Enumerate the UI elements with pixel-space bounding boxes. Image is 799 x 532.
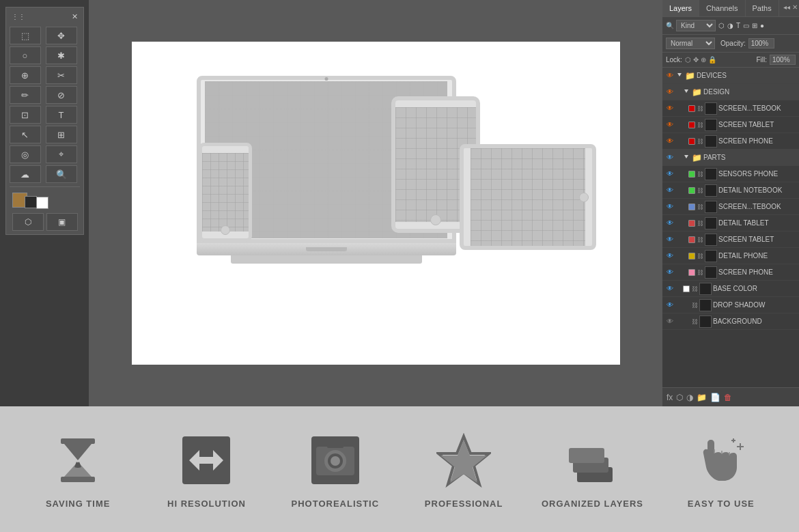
fill-input[interactable] (770, 55, 796, 65)
lock-position-icon[interactable]: ✥ (693, 56, 699, 64)
layer-item[interactable]: 👁⛓SCREEN...TEBOOK (662, 100, 799, 117)
folder-toggle-icon[interactable] (683, 154, 690, 161)
layer-item[interactable]: 👁📁DEVICES (662, 68, 799, 84)
layer-link-icon[interactable]: ⛓ (697, 104, 703, 113)
tool-healing[interactable]: ✏ (10, 86, 41, 104)
opacity-input[interactable] (748, 38, 774, 48)
layer-link-icon[interactable]: ⛓ (697, 268, 703, 277)
layer-item[interactable]: 👁⛓BACKGROUND (662, 313, 799, 330)
layer-link-icon[interactable]: ⛓ (697, 251, 703, 261)
layer-item[interactable]: 👁⛓DROP SHADOW (662, 297, 799, 313)
layer-link-icon[interactable]: ⛓ (691, 300, 698, 310)
tool-clone[interactable]: ⊡ (10, 106, 41, 124)
add-mask-icon[interactable]: ⬡ (676, 393, 683, 402)
folder-toggle-icon[interactable] (683, 89, 690, 96)
tool-3d[interactable]: ◎ (10, 145, 41, 163)
new-layer-icon[interactable]: 📄 (710, 393, 720, 402)
layer-item[interactable]: 👁⛓DETAIL TABLET (662, 215, 799, 232)
layer-link-icon[interactable]: ⛓ (697, 235, 703, 244)
layer-visibility-eye[interactable]: 👁 (665, 104, 675, 113)
layer-visibility-eye[interactable]: 👁 (665, 153, 675, 163)
delete-layer-icon[interactable]: 🗑 (724, 393, 732, 402)
tool-brush[interactable]: ⊘ (46, 86, 77, 104)
filter-active-icon[interactable]: ● (759, 21, 765, 30)
tab-channels[interactable]: Channels (699, 0, 745, 16)
layer-visibility-eye[interactable]: 👁 (665, 202, 675, 212)
layer-visibility-eye[interactable]: 👁 (665, 169, 675, 179)
layer-item[interactable]: 👁⛓DETAIL NOTEBOOK (662, 182, 799, 199)
tool-path[interactable]: ↖ (10, 126, 41, 143)
tool-camera[interactable]: ⬡ (12, 213, 44, 231)
tool-slice[interactable]: ✂ (46, 66, 77, 84)
laptop-base (197, 243, 456, 255)
layer-visibility-eye[interactable]: 👁 (665, 251, 675, 261)
tool-hand[interactable]: ☁ (10, 165, 41, 183)
layer-visibility-eye[interactable]: 👁 (665, 300, 675, 310)
tool-text[interactable]: T (46, 106, 77, 124)
folder-toggle-icon[interactable] (676, 72, 683, 79)
background-color[interactable] (25, 196, 37, 208)
layer-item[interactable]: 👁⛓SCREEN PHONE (662, 264, 799, 281)
panel-blend-row: Normal Opacity: (662, 35, 799, 53)
layer-visibility-eye[interactable]: 👁 (665, 219, 675, 228)
layer-item[interactable]: 👁⛓DETAIL PHONE (662, 248, 799, 264)
panel-collapse-button[interactable]: ◂◂ (783, 3, 790, 11)
hand-icon (694, 433, 748, 488)
panel-close-button[interactable]: ✕ (792, 3, 798, 11)
layer-visibility-eye[interactable]: 👁 (665, 186, 675, 195)
layer-item[interactable]: 👁📁PARTS (662, 150, 799, 166)
layer-visibility-eye[interactable]: 👁 (665, 87, 675, 97)
layer-link-icon[interactable]: ⛓ (697, 137, 703, 146)
white-swatch[interactable] (36, 197, 48, 209)
filter-pixel-icon[interactable]: ⬡ (718, 21, 725, 30)
tool-marquee[interactable]: ⬚ (10, 27, 41, 44)
filter-kind-select[interactable]: Kind (676, 20, 716, 31)
layer-item[interactable]: 👁📁DESIGN (662, 84, 799, 100)
layer-link-icon[interactable]: ⛓ (697, 120, 703, 130)
tool-crop[interactable]: ⊕ (10, 66, 41, 84)
layer-visibility-eye[interactable]: 👁 (665, 268, 675, 277)
tool-eyedropper[interactable]: ⌖ (46, 145, 77, 163)
layer-item[interactable]: 👁⛓BASE COLOR (662, 281, 799, 297)
tool-zoom[interactable]: 🔍 (46, 165, 77, 183)
layer-item[interactable]: 👁⛓SCREEN...TEBOOK (662, 199, 799, 215)
tool-magic-wand[interactable]: ✱ (46, 46, 77, 64)
layer-link-icon[interactable]: ⛓ (697, 169, 703, 179)
blend-mode-select[interactable]: Normal (666, 38, 715, 49)
layer-link-icon[interactable]: ⛓ (697, 219, 703, 228)
layer-link-icon[interactable]: ⛓ (691, 317, 698, 326)
layer-item[interactable]: 👁⛓SCREEN TABLET (662, 232, 799, 248)
new-fill-layer-icon[interactable]: ◑ (686, 393, 693, 402)
new-group-icon[interactable]: 📁 (697, 393, 707, 402)
tab-paths[interactable]: Paths (746, 0, 779, 16)
filter-shape-icon[interactable]: ▭ (742, 21, 750, 30)
filter-adjustment-icon[interactable]: ◑ (727, 21, 734, 30)
tool-move[interactable]: ✥ (46, 27, 77, 44)
tool-lasso[interactable]: ○ (10, 46, 41, 64)
layer-thumbnail (699, 299, 712, 311)
layer-link-icon[interactable]: ⛓ (697, 202, 703, 212)
layer-visibility-eye[interactable]: 👁 (665, 120, 675, 130)
panel-footer: fx ⬡ ◑ 📁 📄 🗑 (662, 387, 799, 406)
layer-visibility-eye[interactable]: 👁 (665, 235, 675, 244)
lock-artboards-icon[interactable]: ⊕ (701, 56, 706, 64)
layer-link-icon[interactable]: ⛓ (691, 284, 698, 294)
layer-item[interactable]: 👁⛓SCREEN PHONE (662, 133, 799, 150)
tool-video[interactable]: ▣ (46, 213, 78, 231)
toolbar-close-button[interactable]: ✕ (72, 12, 78, 21)
layer-visibility-eye[interactable]: 👁 (665, 317, 675, 326)
tab-layers[interactable]: Layers (662, 0, 699, 16)
lock-pixels-icon[interactable]: ⬡ (685, 56, 691, 64)
tool-shape[interactable]: ⊞ (46, 126, 77, 143)
lock-all-icon[interactable]: 🔒 (708, 56, 716, 64)
layer-item[interactable]: 👁⛓SENSORS PHONE (662, 166, 799, 182)
layer-visibility-eye[interactable]: 👁 (665, 284, 675, 294)
hi-resolution-icon-wrap (176, 430, 236, 490)
add-layer-style-icon[interactable]: fx (667, 393, 673, 402)
filter-text-icon[interactable]: T (735, 21, 741, 30)
layer-visibility-eye[interactable]: 👁 (665, 71, 675, 81)
layer-link-icon[interactable]: ⛓ (697, 186, 703, 195)
layer-visibility-eye[interactable]: 👁 (665, 137, 675, 146)
filter-smartobj-icon[interactable]: ⊞ (751, 21, 758, 30)
layer-item[interactable]: 👁⛓SCREEN TABLET (662, 117, 799, 133)
